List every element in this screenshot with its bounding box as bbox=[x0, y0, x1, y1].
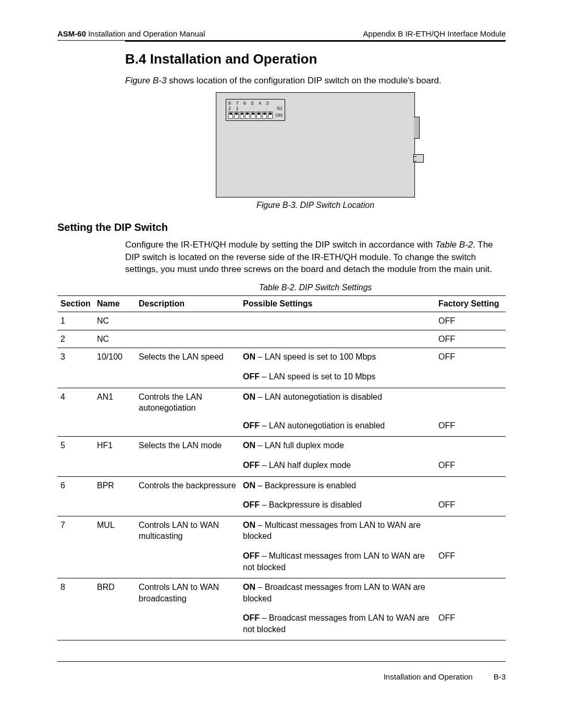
subheading: Setting the DIP Switch bbox=[57, 221, 506, 233]
footer-title: Installation and Operation bbox=[384, 672, 473, 681]
dip-switch-icon: 8 7 6 5 4 3 2 1 S1 ON bbox=[226, 99, 285, 121]
table-caption: Table B-2. DIP Switch Settings bbox=[125, 283, 506, 292]
table-row: 6 BPR Controls the backpressure ON – Bac… bbox=[57, 476, 506, 496]
board-jack-icon bbox=[413, 154, 424, 163]
intro-text: Figure B-3 shows location of the configu… bbox=[125, 75, 506, 87]
dip-paragraph: Configure the IR-ETH/QH module by settin… bbox=[125, 239, 506, 276]
dip-settings-table: Section Name Description Possible Settin… bbox=[57, 295, 506, 640]
figure-ref: Figure B-3 bbox=[125, 76, 166, 85]
th-section: Section bbox=[57, 296, 94, 312]
table-row: OFF – Multicast messages from LAN to WAN… bbox=[57, 547, 506, 578]
board-diagram: 8 7 6 5 4 3 2 1 S1 ON bbox=[216, 92, 415, 198]
table-row: 2 NC OFF bbox=[57, 330, 506, 348]
table-ref: Table B-2 bbox=[435, 240, 473, 250]
table-row: 8 BRD Controls LAN to WAN broadcasting O… bbox=[57, 578, 506, 610]
dip-numbers: 8 7 6 5 4 3 2 1 bbox=[228, 101, 277, 111]
table-row: 7 MUL Controls LAN to WAN multicasting O… bbox=[57, 516, 506, 547]
dip-s1-label: S1 bbox=[277, 106, 283, 111]
header-product: ASM-60 bbox=[57, 29, 86, 38]
footer-page: B-3 bbox=[494, 672, 506, 681]
dip-on-label: ON bbox=[276, 113, 283, 118]
table-row: 3 10/100 Selects the LAN speed ON – LAN … bbox=[57, 348, 506, 368]
board-tab-icon bbox=[414, 117, 420, 139]
table-row: 5 HF1 Selects the LAN mode ON – LAN full… bbox=[57, 437, 506, 456]
th-possible: Possible Settings bbox=[240, 296, 435, 312]
page-footer: Installation and Operation B-3 bbox=[57, 662, 506, 681]
table-row: OFF – LAN speed is set to 10 Mbps bbox=[57, 368, 506, 388]
page-header: ASM-60 Installation and Operation Manual… bbox=[57, 29, 506, 40]
table-row: OFF – LAN autonegotiation is enabled OFF bbox=[57, 417, 506, 437]
table-row: 4 AN1 Controls the LAN autonegotiation O… bbox=[57, 388, 506, 417]
intro-rest: shows location of the configuration DIP … bbox=[166, 76, 441, 85]
table-row: OFF – Backpressure is disabled OFF bbox=[57, 496, 506, 516]
table-row: 1 NC OFF bbox=[57, 312, 506, 330]
header-left: ASM-60 Installation and Operation Manual bbox=[57, 29, 205, 38]
header-right: Appendix B IR-ETH/QH Interface Module bbox=[363, 29, 506, 38]
table-row: OFF – Broadcast messages from LAN to WAN… bbox=[57, 609, 506, 640]
th-name: Name bbox=[94, 296, 136, 312]
th-factory: Factory Setting bbox=[435, 296, 506, 312]
section-title: B.4 Installation and Operation bbox=[125, 51, 506, 67]
table-row: OFF – LAN half duplex mode OFF bbox=[57, 456, 506, 476]
figure-caption: Figure B-3. DIP Switch Location bbox=[125, 201, 506, 210]
th-description: Description bbox=[136, 296, 240, 312]
header-doc-title: Installation and Operation Manual bbox=[86, 29, 205, 38]
